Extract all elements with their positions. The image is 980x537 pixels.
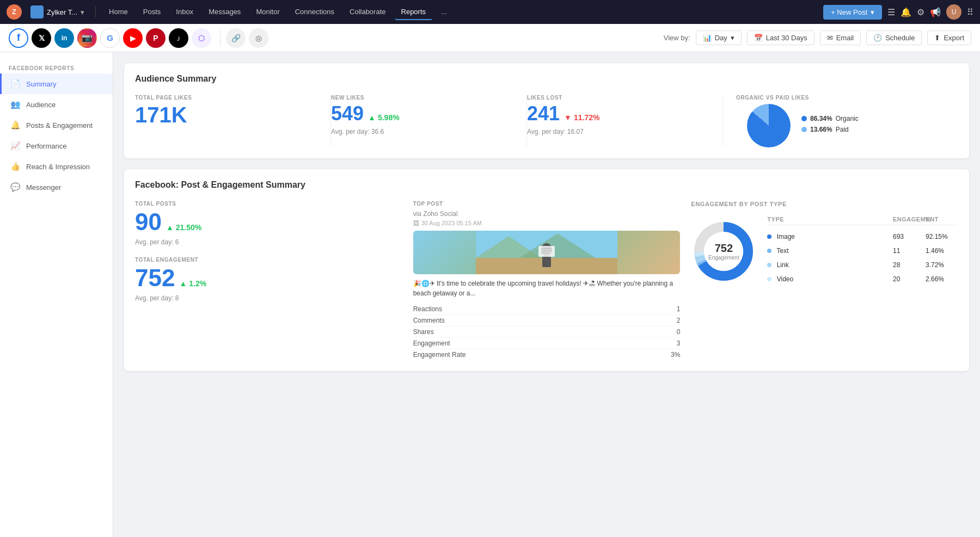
nav-monitor[interactable]: Monitor — [249, 4, 286, 20]
image-engagement: 693 — [893, 233, 926, 240]
canva-tab[interactable]: ⬡ — [192, 28, 211, 48]
nav-home[interactable]: Home — [102, 4, 134, 20]
left-column: TOTAL POSTS 90 ▲ 21.50% Avg. per day: 6 … — [135, 201, 402, 360]
calendar-icon: 📅 — [754, 34, 763, 42]
bell-icon[interactable]: 🔔 — [901, 7, 911, 17]
day-label: Day — [715, 34, 727, 42]
sidebar-label-summary: Summary — [26, 80, 57, 88]
day-view-button[interactable]: 📊 Day ▾ — [696, 30, 742, 45]
donut-label: 752 Engagement — [708, 242, 739, 261]
text-dot — [767, 249, 771, 253]
total-page-likes-value: 171K — [135, 104, 317, 126]
paid-label: Paid — [836, 126, 849, 133]
top-post-label: TOP POST — [413, 201, 681, 207]
instagram-tab[interactable]: 📷 — [77, 28, 97, 48]
total-posts-change: ▲ 21.50% — [166, 223, 201, 232]
day-chart-icon: 📊 — [703, 34, 712, 42]
organic-paid-label: ORGANIC VS PAID LIKES — [736, 95, 945, 101]
nav-posts[interactable]: Posts — [137, 4, 168, 20]
new-post-label: + New Post — [831, 8, 867, 16]
sidebar-item-performance[interactable]: 📈 Performance — [0, 135, 113, 156]
image-dot — [767, 234, 771, 239]
nav-inbox[interactable]: Inbox — [169, 4, 200, 20]
nav-collaborate[interactable]: Collaborate — [343, 4, 393, 20]
svg-rect-5 — [542, 256, 551, 267]
sidebar-item-summary[interactable]: 📄 Summary — [0, 73, 113, 94]
audience-summary-card: Audience Summary TOTAL PAGE LIKES 171K N… — [124, 63, 969, 158]
engagement-rate-row: Engagement Rate 3% — [413, 349, 681, 360]
organic-paid-block: ORGANIC VS PAID LIKES 86.34% Organic — [723, 95, 958, 147]
avatar[interactable]: U — [946, 4, 961, 20]
nav-divider — [95, 7, 96, 17]
nav-items: Home Posts Inbox Messages Monitor Connec… — [102, 4, 819, 20]
social-tabs-bar: f 𝕏 in 📷 G ▶ P ♪ ⬡ 🔗 ◎ View by: 📊 Day ▾ … — [0, 24, 980, 52]
paid-dot — [801, 127, 807, 132]
schedule-button[interactable]: 🕐 Schedule — [866, 30, 922, 45]
gear-icon[interactable]: ⚙ — [917, 7, 924, 17]
donut-area: 752 Engagement TYPE ENGAGEMENT % — [691, 216, 958, 286]
menu-icon[interactable]: ☰ — [887, 7, 895, 17]
text-engagement: 11 — [893, 247, 926, 255]
engagement-rate-value: 3% — [671, 351, 680, 359]
link-dot — [767, 263, 771, 267]
email-button[interactable]: ✉ Email — [820, 30, 861, 45]
google-tab[interactable]: G — [100, 28, 120, 48]
nav-reports[interactable]: Reports — [395, 4, 433, 20]
tiktok-tab[interactable]: ♪ — [169, 28, 188, 48]
sidebar-item-posts-engagement[interactable]: 🔔 Posts & Engagement — [0, 115, 113, 135]
nav-messages[interactable]: Messages — [202, 4, 247, 20]
sidebar-label-performance: Performance — [26, 142, 66, 150]
date-range-button[interactable]: 📅 Last 30 Days — [747, 30, 814, 45]
export-button[interactable]: ⬆ Export — [927, 30, 971, 45]
email-icon: ✉ — [827, 34, 833, 42]
shares-label: Shares — [413, 328, 434, 336]
top-post-image-svg — [476, 231, 617, 274]
brand[interactable]: Zylker T... ▾ — [26, 5, 89, 18]
email-label: Email — [836, 34, 854, 42]
sidebar-item-messenger[interactable]: 💬 Messenger — [0, 177, 113, 197]
view-controls: View by: 📊 Day ▾ 📅 Last 30 Days ✉ Email … — [664, 30, 971, 45]
app-logo: Z — [7, 4, 22, 20]
audience-grid: TOTAL PAGE LIKES 171K NEW LIKES 549 ▲ 5.… — [135, 95, 958, 147]
new-post-button[interactable]: + New Post ▾ — [823, 5, 882, 20]
likes-lost-change: ▼ 11.72% — [564, 113, 599, 122]
twitter-tab[interactable]: 𝕏 — [32, 28, 51, 48]
total-engagement-change: ▲ 1.2% — [179, 279, 206, 288]
engagement-value: 3 — [677, 340, 681, 347]
apps-icon[interactable]: ⠿ — [967, 7, 973, 17]
video-type: Video — [767, 275, 893, 283]
bullhorn-icon[interactable]: 📢 — [930, 7, 941, 17]
video-row: Video 20 2.66% — [767, 272, 958, 286]
link-tab[interactable]: 🔗 — [226, 28, 246, 48]
top-post-date: 30 Aug 2023 05:15 AM — [421, 220, 482, 226]
top-navigation: Z Zylker T... ▾ Home Posts Inbox Message… — [0, 0, 980, 24]
new-likes-avg: Avg. per day: 36.6 — [331, 128, 513, 135]
video-dot — [767, 277, 771, 281]
facebook-tab[interactable]: f — [9, 28, 28, 48]
export-label: Export — [944, 34, 964, 42]
youtube-tab[interactable]: ▶ — [123, 28, 143, 48]
sidebar-item-audience[interactable]: 👥 Audience — [0, 94, 113, 115]
linkedin-tab[interactable]: in — [54, 28, 74, 48]
sidebar-label-posts: Posts & Engagement — [26, 121, 93, 129]
nav-more[interactable]: ... — [434, 4, 454, 20]
likes-lost-label: LIKES LOST — [527, 95, 709, 101]
shares-value: 0 — [677, 328, 681, 336]
new-likes-change: ▲ 5.98% — [368, 113, 400, 122]
schedule-label: Schedule — [885, 34, 915, 42]
other-tab[interactable]: ◎ — [249, 28, 268, 48]
sidebar-item-reach[interactable]: 👍 Reach & Impression — [0, 156, 113, 177]
link-pct: 3.72% — [926, 261, 958, 269]
new-likes-pct: 5.98% — [378, 113, 400, 122]
pinterest-tab[interactable]: P — [146, 28, 166, 48]
top-post-via: via Zoho Social — [413, 210, 681, 218]
total-posts-avg: Avg. per day: 6 — [135, 238, 402, 246]
organic-pct: 86.34% — [810, 115, 832, 122]
nav-connections[interactable]: Connections — [289, 4, 341, 20]
engagement-table: TYPE ENGAGEMENT % Image 693 92.15% — [767, 216, 958, 286]
image-row: Image 693 92.15% — [767, 230, 958, 244]
donut-label-text: Engagement — [708, 255, 739, 261]
type-header: TYPE — [767, 216, 893, 223]
nav-actions: + New Post ▾ ☰ 🔔 ⚙ 📢 U ⠿ — [823, 4, 973, 20]
comments-label: Comments — [413, 317, 445, 324]
